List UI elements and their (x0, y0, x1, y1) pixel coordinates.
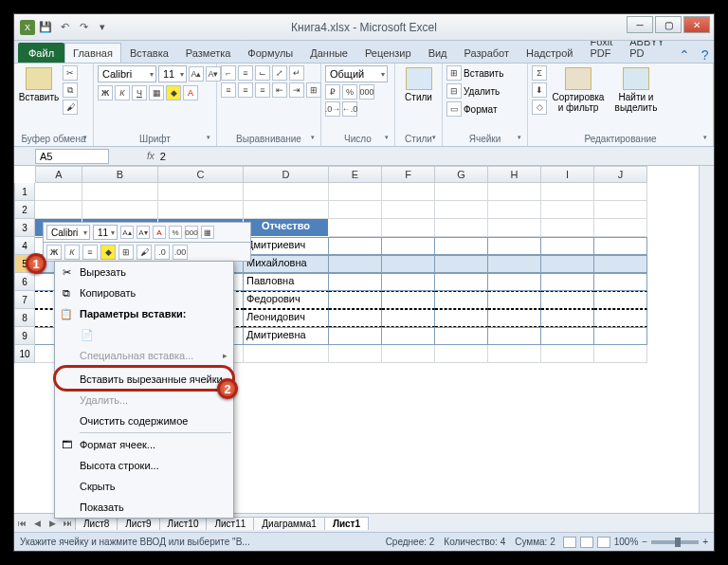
row-header[interactable]: 1 (14, 183, 35, 201)
fx-icon[interactable]: fx (147, 151, 155, 161)
insert-cells-icon[interactable]: ⊞ (446, 65, 462, 81)
mini-bold-button[interactable]: Ж (46, 245, 62, 260)
sheet-tab-active[interactable]: Лист1 (324, 517, 369, 530)
ctx-show[interactable]: Показать (55, 497, 233, 518)
align-left-icon[interactable]: ≡ (221, 82, 236, 98)
font-name-combo[interactable]: Calibri (98, 65, 156, 82)
percent-icon[interactable]: % (342, 84, 357, 100)
ctx-insert-cut-cells[interactable]: Вставить вырезанные ячейки (55, 369, 233, 390)
align-top-icon[interactable]: ⌐ (221, 65, 236, 81)
col-header[interactable]: E (329, 166, 382, 183)
mini-font-color-icon[interactable]: A (153, 226, 166, 239)
fill-color-icon[interactable]: ◆ (166, 85, 181, 100)
qat-save-icon[interactable]: 💾 (37, 19, 54, 36)
mini-inc-decimal-icon[interactable]: .00 (173, 245, 188, 260)
col-header[interactable]: A (35, 166, 82, 183)
ctx-cut[interactable]: ✂Вырезать (55, 262, 233, 282)
ctx-hide[interactable]: Скрыть (55, 476, 233, 497)
zoom-out-icon[interactable]: − (642, 537, 647, 547)
delete-cells-icon[interactable]: ⊟ (446, 83, 462, 99)
mini-align-icon[interactable]: ≡ (82, 245, 98, 260)
mini-dec-decimal-icon[interactable]: .0 (155, 245, 170, 260)
row-header[interactable]: 3 (14, 219, 35, 237)
tab-formulas[interactable]: Формулы (239, 43, 301, 63)
mini-grow-font-icon[interactable]: A▴ (120, 226, 134, 239)
decrease-decimal-icon[interactable]: ←.0 (342, 101, 357, 117)
tab-addins[interactable]: Надстрой (518, 43, 581, 63)
wrap-text-icon[interactable]: ↵ (289, 65, 304, 81)
orientation-icon[interactable]: ⤢ (272, 65, 287, 81)
mini-size-combo[interactable]: 11 (93, 225, 118, 240)
row-header[interactable]: 9 (14, 327, 35, 345)
sheet-nav-last-icon[interactable]: ⏭ (60, 519, 75, 528)
mini-shrink-font-icon[interactable]: A▾ (136, 226, 150, 239)
zoom-slider[interactable] (651, 540, 699, 544)
currency-icon[interactable]: ₽ (325, 84, 340, 100)
col-header[interactable]: H (488, 166, 541, 183)
vertical-scrollbar[interactable] (699, 166, 714, 513)
underline-button[interactable]: Ч (132, 85, 147, 100)
align-center-icon[interactable]: ≡ (238, 82, 253, 98)
tab-home[interactable]: Главная (64, 43, 121, 63)
fill-icon[interactable]: ⬇ (532, 82, 547, 98)
insert-cells-label[interactable]: Вставить (464, 68, 503, 79)
tab-insert[interactable]: Вставка (121, 43, 177, 63)
col-header[interactable]: I (541, 166, 594, 183)
sheet-nav-prev-icon[interactable]: ◀ (29, 519, 45, 528)
ctx-clear[interactable]: Очистить содержимое (55, 410, 233, 431)
bold-button[interactable]: Ж (98, 85, 113, 100)
row-header[interactable]: 6 (14, 273, 35, 291)
increase-decimal-icon[interactable]: .0→ (325, 101, 340, 117)
view-normal-icon[interactable] (563, 537, 576, 548)
tab-view[interactable]: Вид (420, 43, 456, 63)
ctx-row-height[interactable]: Высота строки... (55, 455, 233, 476)
find-select-button[interactable]: Найти и выделить (610, 65, 663, 115)
help-icon[interactable]: ? (696, 47, 715, 63)
mini-percent-icon[interactable]: % (169, 226, 182, 239)
paste-button[interactable]: Вставить (18, 65, 60, 104)
qat-dropdown-icon[interactable]: ▾ (94, 19, 111, 36)
qat-undo-icon[interactable]: ↶ (56, 19, 73, 36)
align-middle-icon[interactable]: ≡ (238, 65, 253, 81)
tab-developer[interactable]: Разработ (456, 43, 518, 63)
view-layout-icon[interactable] (580, 537, 593, 548)
row-header[interactable]: 2 (14, 201, 35, 219)
font-size-combo[interactable]: 11 (158, 65, 187, 82)
mini-borders-icon[interactable]: ▦ (201, 226, 214, 239)
mini-font-combo[interactable]: Calibri (46, 225, 90, 240)
name-box[interactable]: A5 (35, 149, 109, 164)
tab-review[interactable]: Рецензир (356, 43, 420, 63)
comma-icon[interactable]: 000 (359, 84, 374, 100)
clear-icon[interactable]: ◇ (532, 100, 547, 115)
mini-merge-icon[interactable]: ⊞ (118, 245, 134, 260)
delete-cells-label[interactable]: Удалить (464, 86, 500, 97)
row-header[interactable]: 7 (14, 291, 35, 309)
col-header[interactable]: B (82, 166, 158, 183)
decrease-indent-icon[interactable]: ⇤ (272, 82, 287, 98)
copy-icon[interactable]: ⧉ (63, 82, 78, 98)
mini-fill-icon[interactable]: ◆ (100, 245, 116, 260)
mini-italic-button[interactable]: К (64, 245, 80, 260)
italic-button[interactable]: К (115, 85, 130, 100)
sheet-nav-next-icon[interactable]: ▶ (45, 519, 60, 528)
format-painter-icon[interactable]: 🖌 (63, 100, 78, 115)
increase-indent-icon[interactable]: ⇥ (289, 82, 304, 98)
formula-value[interactable]: 2 (160, 151, 166, 162)
col-header[interactable]: C (158, 166, 244, 183)
col-header[interactable]: F (382, 166, 435, 183)
number-format-combo[interactable]: Общий (325, 65, 388, 82)
cut-icon[interactable]: ✂ (63, 65, 78, 81)
row-header[interactable]: 8 (14, 309, 35, 327)
sort-filter-button[interactable]: Сортировка и фильтр (550, 65, 607, 115)
tab-data[interactable]: Данные (301, 43, 356, 63)
col-header[interactable]: G (435, 166, 488, 183)
zoom-value[interactable]: 100% (614, 537, 639, 547)
ctx-format-cells[interactable]: 🗔Формат ячеек... (55, 434, 233, 455)
col-header[interactable]: J (594, 166, 647, 183)
mini-format-painter-icon[interactable]: 🖌 (136, 245, 152, 260)
align-right-icon[interactable]: ≡ (255, 82, 270, 98)
merge-icon[interactable]: ⊞ (306, 82, 321, 98)
borders-icon[interactable]: ▦ (149, 85, 164, 100)
minimize-button[interactable]: ─ (627, 16, 653, 33)
align-bottom-icon[interactable]: ⌙ (255, 65, 270, 81)
